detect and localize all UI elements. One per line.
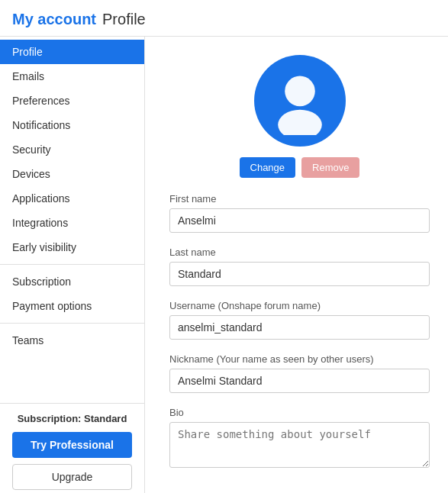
first-name-label: First name <box>169 193 430 205</box>
page-section-title: Profile <box>102 11 146 28</box>
nickname-label: Nickname (Your name as seen by other use… <box>169 353 430 365</box>
sidebar-item-notifications[interactable]: Notifications <box>0 113 144 137</box>
sidebar-divider-2 <box>0 323 144 324</box>
sidebar-item-preferences[interactable]: Preferences <box>0 89 144 113</box>
nickname-group: Nickname (Your name as seen by other use… <box>169 353 430 393</box>
sidebar-item-early-visibility[interactable]: Early visibility <box>0 235 144 259</box>
bio-label: Bio <box>169 407 430 418</box>
username-input[interactable] <box>169 315 430 340</box>
try-professional-button[interactable]: Try Professional <box>12 432 132 458</box>
change-avatar-button[interactable]: Change <box>240 157 296 178</box>
first-name-group: First name <box>169 193 430 233</box>
sidebar-item-teams[interactable]: Teams <box>0 328 144 353</box>
sidebar-item-integrations[interactable]: Integrations <box>0 211 144 235</box>
my-account-title: My account <box>12 11 96 28</box>
username-group: Username (Onshape forum name) <box>169 300 430 340</box>
page-header: My account Profile <box>0 0 448 37</box>
upgrade-button[interactable]: Upgrade <box>12 464 132 490</box>
sidebar-item-devices[interactable]: Devices <box>0 162 144 186</box>
avatar-icon <box>266 66 334 135</box>
sidebar-item-applications[interactable]: Applications <box>0 186 144 211</box>
last-name-group: Last name <box>169 246 430 286</box>
sidebar-item-payment-options[interactable]: Payment options <box>0 294 144 318</box>
svg-point-0 <box>285 76 315 107</box>
sidebar-bottom: Subscription: Standard Try Professional … <box>0 403 144 493</box>
first-name-input[interactable] <box>169 208 430 233</box>
avatar-section: Change Remove <box>169 55 430 178</box>
last-name-input[interactable] <box>169 262 430 286</box>
main-layout: Profile Emails Preferences Notifications… <box>0 37 448 493</box>
last-name-label: Last name <box>169 246 430 258</box>
bio-group: Bio <box>169 407 430 470</box>
sidebar-item-profile[interactable]: Profile <box>0 40 144 64</box>
svg-point-1 <box>278 110 322 135</box>
sidebar: Profile Emails Preferences Notifications… <box>0 37 145 493</box>
sidebar-item-emails[interactable]: Emails <box>0 64 144 89</box>
sidebar-divider-1 <box>0 264 144 265</box>
subscription-label: Subscription: Standard <box>12 413 132 424</box>
main-content: Change Remove First name Last name Usern… <box>145 37 448 493</box>
sidebar-item-subscription[interactable]: Subscription <box>0 269 144 294</box>
sidebar-item-security[interactable]: Security <box>0 137 144 162</box>
bio-textarea[interactable] <box>169 422 430 468</box>
avatar-buttons: Change Remove <box>240 157 360 178</box>
remove-avatar-button[interactable]: Remove <box>301 157 359 178</box>
username-label: Username (Onshape forum name) <box>169 300 430 311</box>
nickname-input[interactable] <box>169 369 430 393</box>
sidebar-nav: Profile Emails Preferences Notifications… <box>0 40 144 403</box>
avatar <box>254 55 346 147</box>
